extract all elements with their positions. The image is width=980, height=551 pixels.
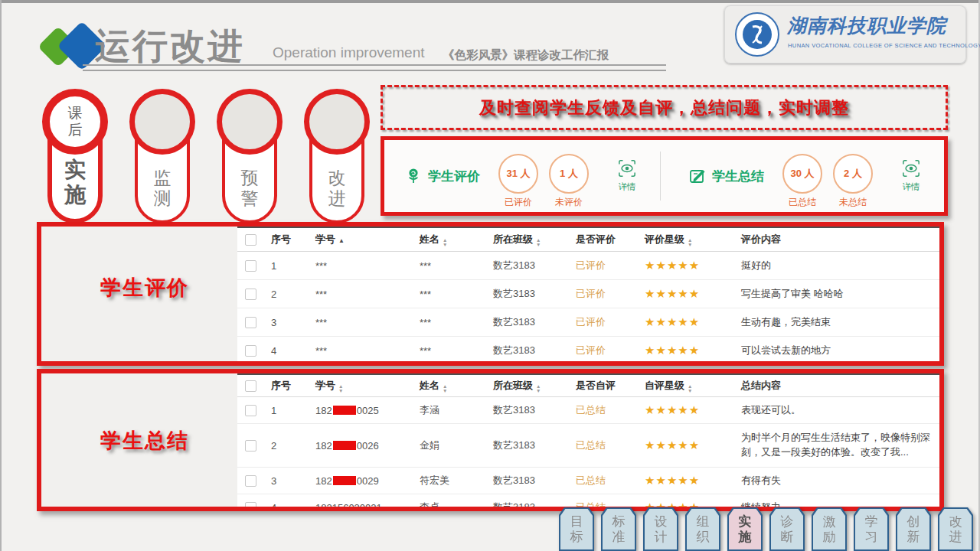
summary-detail-button[interactable]: 详情 [902,159,920,193]
col-stars[interactable]: 评价星级▲▼ [645,233,741,246]
step-label: 实施 [62,157,88,208]
summary-section: 学生总结 序号 学号▲▼ 姓名▲▼ 所在班级▲▼ 是否自评 自评星级▲▼ 总结内… [37,369,944,511]
banner-text: 及时查阅学生反馈及自评，总结问题，实时调整 [479,96,849,119]
status-badge: 已总结 [576,439,645,452]
tab-goal[interactable]: 目标 [559,507,594,551]
row-checkbox[interactable] [245,345,256,357]
star-rating: ★★★★★ [645,315,741,329]
student-id-redacted: 1820029 [315,475,420,487]
summarized-count: 30 人 已总结 [782,154,822,209]
summary-stats: 学生总结 30 人 已总结 2 人 未总结 [661,143,944,209]
col-student-id[interactable]: 学号▲▼ [315,379,420,393]
sort-icon[interactable]: ▲▼ [443,384,447,393]
student-id: 182156030021 [315,502,420,507]
sort-asc-icon[interactable]: ▲ [338,237,345,244]
table-row: 2 *** *** 数艺3183 已评价 ★★★★★ 写生提高了审美 哈哈哈 [237,280,939,308]
col-no: 序号 [271,233,315,246]
table-row: 3 1820029 符宏美 数艺3183 已总结 ★★★★★ 有得有失 [237,468,939,494]
tab-implementation[interactable]: 实施 [727,507,763,551]
step-label: 预警 [239,168,260,210]
star-rating: ★★★★★ [645,474,741,487]
table-row: 4 182156030021 李卓 数艺3183 已总结 ★★★★★ 继续努力 [237,494,939,507]
student-id-redacted: 1820025 [315,405,420,416]
step-circle-label: 课后 [66,105,85,139]
row-checkbox[interactable] [245,440,256,452]
tab-learning[interactable]: 学习 [854,507,889,551]
slide-top-border [0,0,980,3]
step-label: 监测 [152,168,173,210]
tab-organization[interactable]: 组织 [685,507,720,551]
page-subtitle-cn: 《色彩风景》课程诊改工作汇报 [443,47,609,64]
row-checkbox[interactable] [245,405,256,416]
evaluation-table-header: 序号 学号▲ 姓名▲▼ 所在班级▲▼ 是否评价 评价星级▲▼ 评价内容 [237,227,939,252]
status-badge: 已评价 [576,315,645,329]
flower-icon [404,167,423,185]
status-badge: 已总结 [576,403,645,417]
summary-stats-label: 学生总结 [712,168,764,185]
col-name[interactable]: 姓名▲▼ [420,233,493,246]
sort-icon[interactable]: ▲▼ [688,384,692,393]
step-label: 改进 [326,168,348,210]
row-checkbox[interactable] [245,502,256,507]
slide-left-border [0,0,2,551]
col-status: 是否评价 [576,233,645,246]
evaluation-stats-title: 学生评价 [404,167,480,185]
step-warning: 预警 [217,89,283,223]
select-all-checkbox[interactable] [245,234,256,246]
page-subtitle-en: Operation improvement [273,44,425,61]
sort-icon[interactable]: ▲▼ [338,384,343,393]
college-seal-icon [735,12,779,57]
eye-icon [618,159,636,178]
summary-book-icon [688,167,707,185]
not-summarized-count: 2 人 未总结 [833,154,873,209]
star-rating: ★★★★★ [645,287,741,301]
sort-icon[interactable]: ▲▼ [443,238,447,246]
eye-icon [902,159,920,178]
evaluation-section: 学生评价 序号 学号▲ 姓名▲▼ 所在班级▲▼ 是否评价 评价星级▲▼ 评价内容… [37,222,944,366]
sort-icon[interactable]: ▲▼ [536,384,541,393]
row-checkbox[interactable] [245,289,256,300]
step-improvement: 改进 [304,89,370,223]
evaluation-stats: 学生评价 31 人 已评价 1 人 未评价 [384,143,660,209]
table-row: 4 *** *** 数艺3183 已评价 ★★★★★ 可以尝试去新的地方 [237,337,939,361]
page-title: 运行改进 [95,23,245,70]
tab-innovation[interactable]: 创新 [896,507,931,551]
col-class[interactable]: 所在班级▲▼ [493,233,576,246]
status-badge: 已评价 [576,259,645,272]
key-point-banner: 及时查阅学生反馈及自评，总结问题，实时调整 [381,85,948,130]
star-rating: ★★★★★ [645,439,741,452]
col-content: 评价内容 [741,233,939,247]
redaction-block [333,441,356,450]
row-checkbox[interactable] [245,317,256,328]
title-underline [83,64,666,71]
star-rating: ★★★★★ [645,259,741,272]
stats-bar: 学生评价 31 人 已评价 1 人 未评价 [381,136,948,216]
tab-design[interactable]: 设计 [643,507,678,551]
col-class[interactable]: 所在班级▲▼ [493,379,576,393]
col-student-id[interactable]: 学号▲ [315,233,420,246]
college-name-cn: 湖南科技职业学院 [787,13,946,38]
col-status: 是否自评 [576,379,645,393]
tab-motivation[interactable]: 激励 [812,507,847,551]
evaluation-detail-button[interactable]: 详情 [618,159,636,193]
star-rating: ★★★★★ [645,403,741,417]
step-monitoring: 监测 [129,89,195,223]
star-rating: ★★★★★ [645,344,741,357]
status-badge: 已评价 [576,344,645,357]
select-all-checkbox[interactable] [245,380,256,392]
table-row: 1 *** *** 数艺3183 已评价 ★★★★★ 挺好的 [237,252,939,280]
col-stars[interactable]: 自评星级▲▼ [645,379,741,393]
row-checkbox[interactable] [245,475,256,487]
tab-improvement[interactable]: 改进 [938,507,973,551]
col-name[interactable]: 姓名▲▼ [420,379,493,393]
redaction-block [333,476,356,485]
col-content: 总结内容 [741,379,939,393]
table-row: 3 *** *** 数艺3183 已评价 ★★★★★ 生动有趣，完美结束 [237,308,939,337]
sort-icon[interactable]: ▲▼ [688,238,692,246]
evaluation-table: 序号 学号▲ 姓名▲▼ 所在班级▲▼ 是否评价 评价星级▲▼ 评价内容 1 **… [237,227,939,361]
tab-standard[interactable]: 标准 [601,507,636,551]
row-checkbox[interactable] [245,260,256,272]
sort-icon[interactable]: ▲▼ [536,238,541,246]
star-rating: ★★★★★ [645,500,741,507]
tab-diagnosis[interactable]: 诊断 [769,507,805,551]
